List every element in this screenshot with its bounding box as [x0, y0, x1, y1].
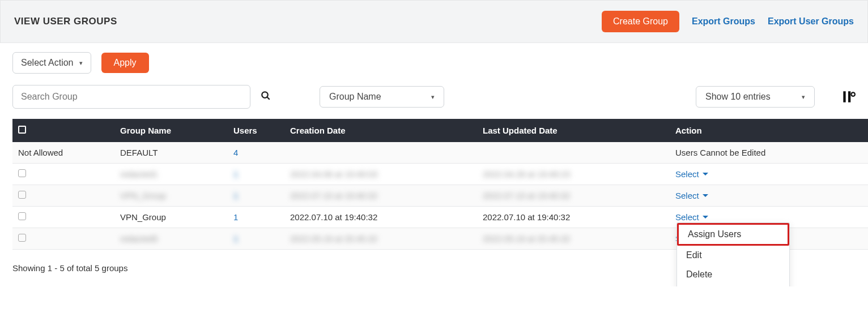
groups-table: Group Name Users Creation Date Last Upda… — [12, 119, 868, 250]
row-checkbox[interactable] — [18, 169, 26, 177]
cell-creation-date: 2022.07.10 at 19:40:32 — [284, 207, 477, 228]
table-row: VPN_Group12022.07.10 at 19:40:322022.07.… — [12, 207, 868, 228]
svg-point-0 — [262, 92, 268, 98]
row-action-label: Select — [675, 191, 699, 200]
cell-action-text: Users Cannot be Edited — [670, 142, 868, 164]
cell-creation-date — [284, 142, 477, 164]
group-name-filter-label: Group Name — [329, 92, 381, 102]
col-action: Action — [670, 119, 868, 142]
dropdown-item-delete[interactable]: Delete — [677, 265, 789, 284]
users-count-link[interactable]: 1 — [233, 169, 238, 179]
header-actions: Create Group Export Groups Export User G… — [602, 11, 854, 32]
table-row: VPN_Group12022.07.10 at 19:40:322022.07.… — [12, 185, 868, 207]
create-group-button[interactable]: Create Group — [602, 11, 679, 32]
table-row: Not AllowedDEFAULT4Users Cannot be Edite… — [12, 142, 868, 164]
select-action-label: Select Action — [21, 58, 74, 68]
col-creation-date: Creation Date — [284, 119, 477, 142]
cell-group-name: VPN_Group — [114, 185, 228, 207]
chevron-down-icon: ▾ — [79, 59, 83, 67]
dropdown-item-download[interactable]: Download Members — [677, 284, 789, 286]
cell-group-name: DEFAULT — [114, 142, 228, 164]
row-checkbox[interactable] — [18, 212, 26, 220]
cell-creation-date: 2022.05.16 at 20.45.32 — [284, 228, 477, 250]
cell-updated-date: 2022.04.28 at 19:49:23 — [477, 164, 670, 185]
page-header: VIEW USER GROUPS Create Group Export Gro… — [0, 0, 868, 43]
filter-row: Group Name ▾ Show 10 entries ▾ — [0, 74, 868, 119]
row-checkbox[interactable] — [18, 191, 26, 199]
users-count-link[interactable]: 1 — [233, 234, 238, 243]
cell-group-name: VPN_Group — [114, 207, 228, 228]
group-name-filter[interactable]: Group Name ▾ — [320, 86, 444, 108]
dropdown-item-assign[interactable]: Assign Users — [677, 223, 789, 246]
users-count-link[interactable]: 4 — [233, 148, 238, 157]
page-title: VIEW USER GROUPS — [14, 16, 117, 27]
entries-filter[interactable]: Show 10 entries ▾ — [696, 86, 815, 108]
cell-updated-date: 2022.07.10 at 19:40:32 — [477, 207, 670, 228]
row-action-select[interactable]: Select — [675, 169, 708, 179]
search-input[interactable] — [12, 85, 250, 109]
search-icon[interactable] — [261, 91, 271, 104]
svg-line-1 — [267, 97, 270, 100]
row-checkbox[interactable] — [18, 234, 26, 242]
cell-group-name: redacted1 — [114, 164, 228, 185]
select-action-dropdown[interactable]: Select Action ▾ — [12, 52, 91, 74]
table-row: redacted112022.04.06 at 19:49:032022.04.… — [12, 164, 868, 185]
caret-down-icon — [703, 216, 708, 219]
entries-filter-label: Show 10 entries — [705, 92, 771, 102]
cell-group-name: redacted5 — [114, 228, 228, 250]
action-dropdown: Assign UsersEditDeleteDownload Members — [676, 222, 790, 286]
cell-updated-date — [477, 142, 670, 164]
row-action-label: Select — [675, 169, 699, 179]
export-user-groups-link[interactable]: Export User Groups — [768, 16, 854, 27]
cell-updated-date: 2022.05.16 at 20.45.32 — [477, 228, 670, 250]
dropdown-item-edit[interactable]: Edit — [677, 246, 789, 265]
users-count-link[interactable]: 1 — [233, 212, 238, 222]
chevron-down-icon: ▾ — [431, 93, 435, 101]
column-settings-icon[interactable] — [841, 89, 856, 104]
row-action-select[interactable]: Select — [675, 191, 708, 200]
row-action-select[interactable]: Select — [675, 212, 708, 222]
users-count-link[interactable]: 1 — [233, 191, 238, 200]
chevron-down-icon: ▾ — [802, 93, 805, 101]
col-users: Users — [228, 119, 284, 142]
caret-down-icon — [703, 173, 708, 175]
row-check-text: Not Allowed — [12, 142, 114, 164]
table-header-row: Group Name Users Creation Date Last Upda… — [12, 119, 868, 142]
apply-button[interactable]: Apply — [101, 53, 149, 73]
cell-creation-date: 2022.04.06 at 19:49:03 — [284, 164, 477, 185]
row-action-label: Select — [675, 212, 699, 222]
cell-creation-date: 2022.07.10 at 19:40:32 — [284, 185, 477, 207]
cell-updated-date: 2022.07.10 at 19:40:32 — [477, 185, 670, 207]
select-all-checkbox[interactable] — [18, 126, 26, 134]
export-groups-link[interactable]: Export Groups — [692, 16, 755, 27]
caret-down-icon — [703, 194, 708, 197]
col-group-name: Group Name — [114, 119, 228, 142]
bulk-action-toolbar: Select Action ▾ Apply — [0, 43, 868, 74]
col-updated-date: Last Updated Date — [477, 119, 670, 142]
